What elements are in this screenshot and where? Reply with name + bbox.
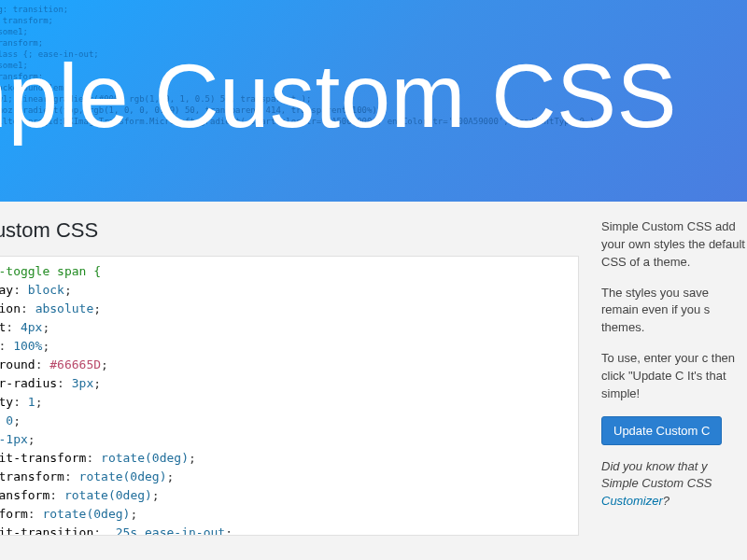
page-body: Custom CSS enu-toggle span {splay: block… (0, 202, 747, 560)
page-title: Custom CSS (0, 218, 579, 243)
sidebar: Simple Custom CSS add your own styles th… (594, 218, 747, 560)
hero-title: mple Custom CSS (0, 45, 677, 147)
customizer-link[interactable]: Customizer (601, 494, 663, 508)
main-column: Custom CSS enu-toggle span {splay: block… (0, 218, 594, 560)
sidebar-customizer-note: Did you know that y Simple Custom CSS Cu… (601, 458, 747, 511)
sidebar-intro-2: The styles you save remain even if you s… (601, 285, 747, 338)
sidebar-intro-3: To use, enter your c then click "Update … (601, 350, 747, 403)
css-editor[interactable]: enu-toggle span {splay: block;sition: ab… (0, 256, 579, 536)
sidebar-intro-1: Simple Custom CSS add your own styles th… (601, 218, 747, 272)
hero-banner: eg: transition; ; transform; #some1; tra… (0, 0, 747, 202)
update-custom-css-button[interactable]: Update Custom C (601, 416, 722, 445)
